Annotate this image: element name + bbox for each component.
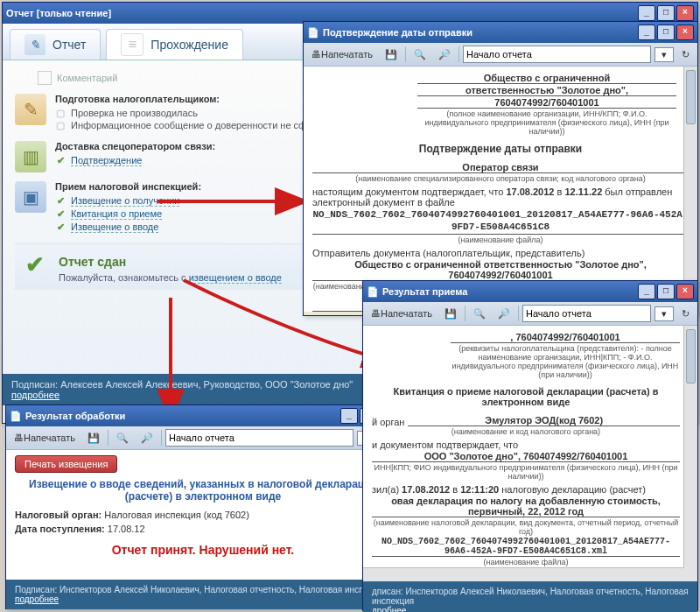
save-button[interactable]: 💾 — [381, 47, 402, 62]
prep-l1: Проверка не производилась — [71, 108, 198, 118]
sec-prep-title: Подготовка налогоплательщиком: — [55, 94, 306, 104]
zoom-in-button[interactable]: 🔍 — [112, 431, 133, 446]
close-button[interactable]: × — [676, 25, 694, 40]
office-note: (наименование и код налогового органа) — [372, 427, 680, 436]
operator-note: (наименование специализированного операт… — [312, 174, 689, 183]
operator-label: Оператор связи — [312, 162, 689, 173]
print-label: Напечатать — [381, 308, 432, 319]
maximize-button[interactable]: □ — [657, 284, 675, 299]
body-in: в — [554, 186, 564, 197]
prep-l2: Информационное сообщение о доверенности … — [71, 120, 306, 130]
zoom-in-button[interactable]: 🔍 — [469, 306, 490, 321]
vertical-scrollbar[interactable] — [683, 67, 697, 312]
refresh-button[interactable]: ↻ — [677, 306, 694, 321]
search-input[interactable] — [463, 46, 651, 63]
rcpt-footer-more[interactable]: дробнее — [372, 606, 406, 612]
save-button[interactable]: 💾 — [83, 431, 104, 446]
status-sub-pre: Пожалуйста, ознакомьтесь с — [59, 272, 189, 283]
footer-signed-label: Подписан: — [11, 379, 58, 390]
confirm-text: и документом подтверждает, что — [372, 440, 680, 450]
big-check-icon: ✔ — [25, 251, 45, 278]
zoom-out-button[interactable]: 🔎 — [434, 47, 455, 62]
print-button[interactable]: 🖶 Напечатать — [307, 47, 377, 61]
print-advice-button[interactable]: Печать извещения — [15, 455, 117, 473]
footer-more-link[interactable]: подробнее — [11, 390, 60, 400]
subm-pre: зил(а) — [372, 484, 402, 495]
receipt-title: Результат приема — [382, 286, 638, 297]
check-icon: ✔ — [55, 209, 66, 220]
minimize-button[interactable]: _ — [638, 25, 655, 40]
print-button[interactable]: 🖶 Напечатать — [10, 431, 80, 445]
receipt-titlebar[interactable]: 📄 Результат приема _ □ × — [363, 281, 697, 302]
close-button[interactable]: × — [676, 5, 694, 21]
horizontal-scrollbar[interactable] — [363, 567, 684, 581]
payer-note: ИНН|КПП; ФИО индивидуального предпринима… — [372, 463, 680, 481]
subm-post: налоговую декларацию (расчет) — [499, 484, 646, 495]
org-line2: ответственностью "Золотое дно", — [417, 85, 676, 96]
minimize-button[interactable]: _ — [638, 5, 655, 21]
refresh-button[interactable]: ↻ — [677, 47, 694, 62]
link-confirmation[interactable]: Подтверждение — [71, 155, 142, 166]
sec-recv-title: Прием налоговой инспекцией: — [55, 181, 201, 192]
confirm-body: настоящим документом подтверждает, что 1… — [312, 186, 689, 208]
link-input-advice[interactable]: Извещение о вводе — [71, 222, 158, 233]
proc-footer-more[interactable]: подробнее — [15, 594, 59, 604]
office-label: й орган — [372, 417, 404, 427]
subm-in: в — [450, 484, 460, 495]
tab-report[interactable]: Отчет — [10, 29, 101, 60]
status-sub-link[interactable]: извещением о вводе — [189, 272, 282, 284]
office-value: Эмулятор ЭОД(код 7602) — [408, 415, 680, 426]
rcpt-org-note: (реквизиты налогоплательщика (представит… — [451, 344, 680, 379]
footer-signed-by: Алексеев Алексей Алексеевич, Руководство… — [60, 379, 353, 390]
proc-titlebar[interactable]: 📄 Результат обработки _ □ × — [6, 405, 400, 426]
decl-note: (наименование налоговой декларации, вид … — [372, 518, 680, 536]
rcpt-heading: Квитанция о приеме налоговой декларации … — [372, 386, 680, 407]
rcpt-org: , 7604074992/760401001 — [451, 332, 680, 343]
confirm-heading: Подтверждение даты отправки — [312, 143, 689, 155]
unchecked-icon: ▢ — [55, 120, 66, 130]
proc-title: Результат обработки — [25, 411, 340, 421]
search-input[interactable] — [522, 305, 651, 322]
doc-icon: 📄 — [10, 410, 22, 422]
rcpt-footer-signed-label: дписан: — [372, 587, 403, 596]
tab-progress[interactable]: Прохождение — [106, 29, 243, 60]
minimize-button[interactable]: _ — [638, 284, 655, 299]
org-line1: Общество с ограниченной — [417, 73, 676, 84]
check-icon: ✔ — [55, 156, 66, 166]
file-value: NO_NDS_7602_7602_7604074992760401001_201… — [372, 537, 680, 557]
doc-icon: 📄 — [307, 26, 319, 39]
sender-value: Общество с ограниченной ответственностью… — [312, 259, 689, 281]
confirm-titlebar[interactable]: 📄 Подтверждение даты отправки _ □ × — [304, 22, 697, 43]
search-dropdown[interactable]: ▾ — [654, 47, 674, 62]
check-icon: ✔ — [55, 222, 66, 233]
proc-footer-signed-by: Инспекторов Алексей Николаевич, Налогова… — [60, 585, 387, 594]
zoom-in-button[interactable]: 🔍 — [410, 47, 430, 62]
search-dropdown[interactable]: ▾ — [654, 306, 674, 321]
rcpt-footer-signed-by: Инспекторов Алексей Николаевич, Налогова… — [372, 587, 689, 606]
maximize-button[interactable]: □ — [657, 5, 675, 21]
tax-office-val: Налоговая инспекция (код 7602) — [104, 510, 249, 520]
proc-heading-l1: Извещение о вводе сведений, указанных в … — [15, 478, 391, 490]
org-line3: 7604074992/760401001 — [417, 97, 676, 109]
zoom-out-button[interactable]: 🔎 — [494, 306, 514, 321]
print-button[interactable]: 🖶 Напечатать — [367, 306, 437, 320]
maximize-button[interactable]: □ — [657, 25, 675, 40]
body-pre: настоящим документом подтверждает, что — [312, 186, 506, 197]
sec-deliv-title: Доставка спецоператором связи: — [55, 141, 215, 151]
proc-heading-l2: (расчете) в электронном виде — [15, 490, 391, 503]
close-button[interactable]: × — [676, 284, 694, 299]
tab-progress-label: Прохождение — [150, 38, 228, 52]
search-input[interactable] — [165, 429, 354, 447]
minimize-button[interactable]: _ — [340, 408, 358, 424]
print-label: Напечатать — [24, 433, 75, 443]
link-receipt-advice[interactable]: Извещение о получении — [71, 195, 179, 207]
result-message: Отчет принят. Нарушений нет. — [15, 543, 391, 557]
vertical-scrollbar[interactable] — [683, 326, 697, 581]
save-button[interactable]: 💾 — [440, 306, 461, 321]
zoom-out-button[interactable]: 🔎 — [136, 431, 158, 446]
subm-time: 12:11:20 — [460, 484, 499, 495]
delivery-icon: ▥ — [15, 141, 46, 172]
filename-note: (наименование файла) — [312, 236, 689, 244]
progress-icon — [121, 33, 144, 56]
link-acceptance-receipt[interactable]: Квитанция о приеме — [71, 208, 162, 220]
